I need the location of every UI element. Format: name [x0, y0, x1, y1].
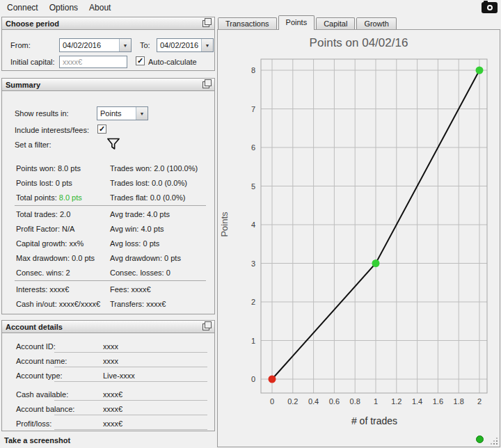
svg-text:3: 3 — [251, 259, 255, 268]
camera-icon[interactable] — [482, 2, 498, 13]
stat-row: Capital growth: xx% Avg loss: 0 pts — [2, 236, 214, 250]
svg-text:5: 5 — [251, 182, 255, 191]
profit-loss-label: Profit/loss: — [16, 419, 103, 428]
include-interests-label: Include interests/fees: — [15, 126, 89, 134]
account-row: Account ID: xxxx — [2, 339, 214, 353]
tab-growth[interactable]: Growth — [356, 17, 396, 29]
account-row: Account name: xxxx — [2, 353, 214, 368]
rule — [54, 400, 207, 401]
cash-available-value: xxxx€ — [103, 390, 122, 399]
total-points: Total points: 8.0 pts — [16, 193, 110, 202]
undock-panel-icon[interactable] — [202, 81, 209, 88]
show-results-select[interactable]: Points ▼ — [97, 106, 148, 120]
chart-panel: Points on 04/02/16 Points 00.20.40.60.81… — [217, 29, 500, 447]
account-id-label: Account ID: — [16, 342, 103, 351]
svg-text:1.6: 1.6 — [433, 397, 443, 406]
menu-item-options[interactable]: Options — [44, 1, 84, 15]
account-row: Profit/loss: xxxx€ — [2, 416, 214, 431]
transfers: Transfers: xxxx€ — [110, 300, 166, 308]
profit-factor: Profit Factor: N/A — [16, 225, 110, 233]
chevron-down-icon: ▼ — [201, 39, 213, 51]
chevron-down-icon: ▼ — [136, 107, 148, 120]
tab-points[interactable]: Points — [278, 15, 315, 30]
svg-text:0.8: 0.8 — [350, 397, 360, 406]
choose-period-header: Choose period — [2, 17, 214, 30]
stat-row: Consec. wins: 2 Consec. losses: 0 — [2, 265, 214, 280]
total-trades: Total trades: 2.0 — [16, 210, 110, 218]
max-drawdown: Max drawdown: 0.0 pts — [16, 254, 110, 262]
stat-row: Max drawdown: 0.0 pts Avg drawdown: 0 pt… — [2, 250, 214, 265]
account-balance-label: Account balance: — [16, 405, 103, 413]
stat-row: Profit Factor: N/A Avg win: 4.0 pts — [2, 221, 214, 236]
svg-text:2: 2 — [477, 397, 482, 406]
svg-text:0.4: 0.4 — [308, 397, 319, 406]
summary-stats: Points won: 8.0 pts Trades won: 2.0 (100… — [2, 161, 214, 311]
to-date-select[interactable]: 04/02/2016 ▼ — [157, 38, 214, 52]
show-results-value: Points — [97, 107, 136, 120]
undock-panel-icon[interactable] — [202, 323, 209, 330]
from-label: From: — [10, 41, 31, 49]
rule — [54, 381, 207, 382]
summary-panel: Summary Show results in: Points ▼ Includ… — [1, 78, 215, 314]
stat-row: Points won: 8.0 pts Trades won: 2.0 (100… — [2, 161, 214, 175]
account-rows: Account ID: xxxx Account name: xxxx Acco… — [2, 339, 214, 431]
svg-text:1.2: 1.2 — [391, 397, 401, 406]
interests: Interests: xxxx€ — [16, 285, 110, 294]
separator — [15, 205, 206, 206]
menu-item-about[interactable]: About — [84, 1, 116, 15]
svg-text:6: 6 — [251, 143, 255, 152]
connection-status-indicator — [476, 435, 484, 443]
avg-drawdown: Avg drawdown: 0 pts — [110, 254, 181, 262]
account-row: Account balance: xxxx€ — [2, 401, 214, 416]
svg-text:7: 7 — [251, 105, 255, 113]
chevron-down-icon: ▼ — [119, 39, 131, 51]
stat-row: Interests: xxxx€ Fees: xxxx€ — [2, 282, 214, 296]
rule — [54, 415, 207, 415]
svg-text:1.8: 1.8 — [454, 397, 464, 406]
svg-text:0.6: 0.6 — [329, 397, 340, 406]
resize-grip-icon[interactable] — [489, 436, 498, 445]
svg-text:8: 8 — [251, 66, 255, 74]
svg-text:0.2: 0.2 — [287, 397, 298, 406]
consec-wins: Consec. wins: 2 — [16, 269, 110, 277]
avg-win: Avg win: 4.0 pts — [110, 225, 164, 233]
filter-funnel-icon[interactable] — [106, 137, 120, 151]
to-label: To: — [140, 41, 150, 49]
from-date-select[interactable]: 04/02/2016 ▼ — [59, 38, 132, 52]
choose-period-panel: Choose period From: 04/02/2016 ▼ To: 04/… — [1, 17, 215, 71]
stat-row: Points lost: 0 pts Trades lost: 0.0 (0.0… — [2, 175, 214, 190]
menu-item-connect[interactable]: Connect — [1, 1, 44, 15]
set-filter-label: Set a filter: — [15, 141, 51, 149]
svg-text:4: 4 — [251, 221, 255, 229]
separator — [15, 280, 206, 281]
show-results-label: Show results in: — [15, 109, 69, 118]
tab-transactions[interactable]: Transactions — [218, 17, 277, 29]
rule — [54, 367, 207, 367]
trades-won: Trades won: 2.0 (100.0%) — [110, 164, 198, 173]
panel-title: Choose period — [6, 19, 59, 28]
account-name-value: xxxx — [103, 357, 118, 365]
include-interests-checkbox[interactable] — [97, 125, 106, 134]
cash-in-out: Cash in/out: xxxx€/xxxx€ — [16, 300, 110, 308]
rule — [54, 429, 207, 430]
trades-lost: Trades lost: 0.0 (0.0%) — [110, 179, 187, 187]
initial-capital-input[interactable] — [59, 56, 127, 68]
points-line-chart: 00.20.40.60.811.21.41.61.82012345678 — [218, 30, 500, 447]
consec-losses: Consec. losses: 0 — [110, 269, 170, 277]
panel-title: Account details — [6, 323, 63, 331]
from-date-value: 04/02/2016 — [60, 39, 119, 51]
profit-loss-value: xxxx€ — [103, 419, 122, 428]
auto-calculate-label: Auto-calculate — [148, 58, 197, 66]
rule — [54, 352, 207, 353]
svg-text:2: 2 — [251, 298, 255, 306]
account-details-header: Account details — [2, 321, 214, 333]
account-row: Cash available: xxxx€ — [2, 387, 214, 401]
points-lost: Points lost: 0 pts — [16, 179, 110, 187]
account-type-value: Live-xxxx — [103, 371, 135, 380]
tab-capital[interactable]: Capital — [316, 17, 355, 29]
fees: Fees: xxxx€ — [110, 285, 151, 294]
account-id-value: xxxx — [103, 342, 118, 351]
take-screenshot-button[interactable]: Take a screenshot — [4, 436, 70, 445]
undock-panel-icon[interactable] — [202, 20, 209, 27]
auto-calculate-checkbox[interactable] — [136, 56, 145, 65]
